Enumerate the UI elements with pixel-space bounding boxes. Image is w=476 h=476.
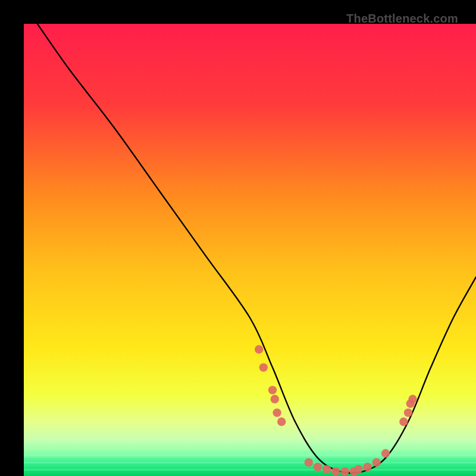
data-point [273,408,281,416]
watermark-text: TheBottleneck.com [346,12,458,26]
data-point [314,463,322,471]
data-point [271,395,279,403]
data-point [381,449,390,458]
data-point [354,465,362,473]
data-point [404,408,412,416]
data-point [331,467,340,475]
data-point [322,465,331,473]
data-point [408,395,416,403]
data-point [363,463,371,471]
data-point [340,467,349,475]
data-point [277,418,286,426]
chart-frame: TheBottleneck.com [12,12,464,464]
data-point [268,386,277,394]
curve-layer [24,24,476,476]
plot-area [24,24,476,476]
data-point [399,418,408,426]
highlighted-points [255,345,417,476]
data-point [259,363,268,371]
data-point [372,458,381,466]
data-point [305,458,313,466]
data-point [255,345,263,353]
